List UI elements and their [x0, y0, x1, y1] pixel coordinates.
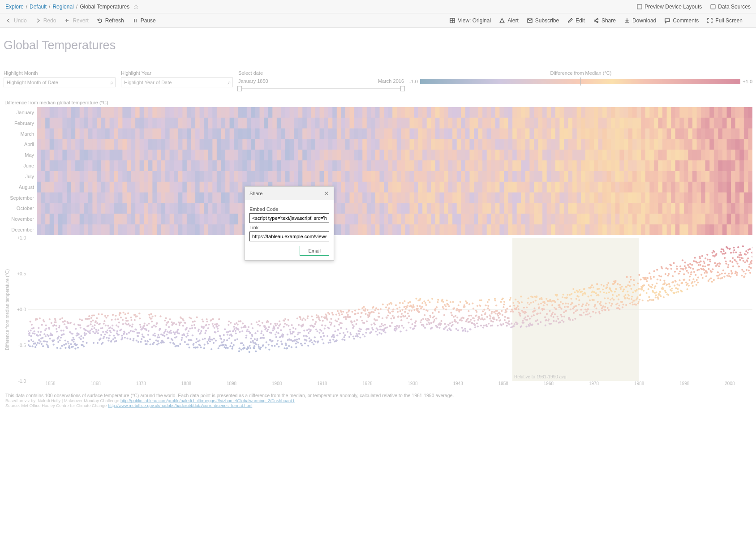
controls-row: Highlight Month ⌕ Highlight Year ⌕ Selec… — [4, 70, 752, 89]
month-label: July — [4, 171, 37, 182]
preview-device-layouts-button[interactable]: Preview Device Layouts — [636, 4, 702, 10]
refresh-button[interactable]: Refresh — [97, 17, 124, 24]
xtick: 1988 — [617, 381, 662, 388]
ytick: +1.0 — [17, 236, 26, 240]
legend-title: Difference from Median (°C) — [409, 70, 752, 76]
footnote-based-link[interactable]: http://public.tableau.com/profile/naledi… — [120, 398, 295, 403]
dashboard-page: Global Temperatures Highlight Month ⌕ Hi… — [0, 28, 756, 412]
ytick: -1.0 — [18, 379, 26, 384]
link-input[interactable] — [249, 231, 329, 241]
legend-gradient — [420, 79, 740, 84]
legend-max: +1.0 — [743, 79, 752, 84]
legend-min: -1.0 — [409, 79, 418, 84]
email-button[interactable]: Email — [300, 246, 329, 256]
xtick: 1858 — [28, 381, 73, 388]
xtick: 1868 — [73, 381, 118, 388]
crumb-current: Global Temperatures — [80, 4, 129, 10]
month-label: April — [4, 139, 37, 150]
xtick: 1898 — [209, 381, 254, 388]
link-label: Link — [249, 225, 329, 230]
xtick: 1908 — [254, 381, 300, 388]
date-max: March 2016 — [378, 78, 404, 84]
data-sources-button[interactable]: Data Sources — [710, 4, 751, 10]
heatmap: JanuaryFebruaryMarchAprilMayJuneJulyAugu… — [4, 107, 752, 235]
xtick: 1958 — [481, 381, 526, 388]
scatter-canvas[interactable] — [28, 238, 752, 381]
favorite-star-icon[interactable]: ☆ — [133, 3, 139, 11]
date-min: January 1850 — [238, 78, 268, 84]
xtick: 1928 — [345, 381, 390, 388]
download-button[interactable]: Download — [624, 17, 656, 24]
crumb-regional[interactable]: Regional — [52, 4, 73, 10]
comments-button[interactable]: Comments — [664, 17, 699, 24]
alert-button[interactable]: Alert — [499, 17, 519, 24]
month-label: March — [4, 129, 37, 139]
ytick: +0.0 — [17, 307, 26, 312]
search-icon: ⌕ — [228, 79, 231, 86]
xtick: 1998 — [662, 381, 707, 388]
month-label: May — [4, 150, 37, 160]
select-date-label: Select date — [238, 70, 404, 76]
ytick: -0.5 — [18, 343, 26, 348]
month-label: September — [4, 193, 37, 203]
share-dialog-title: Share — [249, 191, 262, 196]
month-label: November — [4, 214, 37, 224]
highlight-month-label: Highlight Month — [4, 70, 116, 76]
highlight-year-input[interactable] — [121, 77, 233, 87]
scatter-ylabel: Difference from median temperature (°C) — [5, 269, 10, 350]
month-label: June — [4, 160, 37, 171]
toolbar: Undo Redo Revert Refresh Pause View: Ori… — [0, 13, 756, 28]
fullscreen-button[interactable]: Full Screen — [707, 17, 743, 24]
redo-button[interactable]: Redo — [35, 17, 56, 24]
footnotes: This data contains 100 observations of s… — [4, 393, 752, 408]
revert-button[interactable]: Revert — [64, 17, 88, 24]
breadcrumb-bar: Explore/ Default/ Regional/ Global Tempe… — [0, 0, 756, 13]
month-label: December — [4, 224, 37, 235]
footnote-desc: This data contains 100 observations of s… — [5, 393, 751, 398]
subscribe-button[interactable]: Subscribe — [527, 17, 559, 24]
view-button[interactable]: View: Original — [449, 17, 491, 24]
month-label: August — [4, 182, 37, 193]
slider-handle-max[interactable] — [400, 86, 405, 91]
close-icon[interactable]: ✕ — [324, 190, 329, 197]
svg-rect-1 — [711, 4, 715, 9]
search-icon: ⌕ — [110, 79, 113, 86]
xtick: 1948 — [435, 381, 481, 388]
xtick: 1918 — [300, 381, 345, 388]
date-slider[interactable] — [238, 88, 404, 89]
xtick: 2008 — [707, 381, 752, 388]
scatter-plot: Difference from median temperature (°C) … — [4, 238, 752, 381]
xtick: 1878 — [118, 381, 163, 388]
month-label: October — [4, 203, 37, 214]
page-title: Global Temperatures — [4, 39, 752, 52]
heatmap-canvas[interactable] — [37, 107, 752, 235]
month-label: February — [4, 118, 37, 129]
xtick: 1968 — [526, 381, 571, 388]
slider-handle-min[interactable] — [237, 86, 242, 91]
xtick: 1888 — [163, 381, 209, 388]
undo-button[interactable]: Undo — [5, 17, 27, 24]
svg-rect-0 — [637, 4, 642, 9]
crumb-default[interactable]: Default — [30, 4, 47, 10]
month-label: January — [4, 107, 37, 118]
crumb-explore[interactable]: Explore — [5, 4, 24, 10]
ytick: +0.5 — [17, 271, 26, 276]
share-dialog: Share ✕ Embed Code Link Email — [245, 186, 334, 261]
xtick: 1938 — [390, 381, 435, 388]
share-button[interactable]: Share — [593, 17, 616, 24]
embed-code-label: Embed Code — [249, 206, 329, 212]
heatmap-title: Difference from median global temperatur… — [4, 100, 752, 105]
highlight-year-label: Highlight Year — [121, 70, 233, 76]
footnote-source-link[interactable]: http://www.metoffice.gov.uk/hadobs/hadcr… — [108, 403, 252, 408]
xtick: 1978 — [571, 381, 617, 388]
highlight-month-input[interactable] — [4, 77, 116, 87]
embed-code-input[interactable] — [249, 213, 329, 223]
pause-button[interactable]: Pause — [132, 17, 156, 24]
edit-button[interactable]: Edit — [567, 17, 585, 24]
